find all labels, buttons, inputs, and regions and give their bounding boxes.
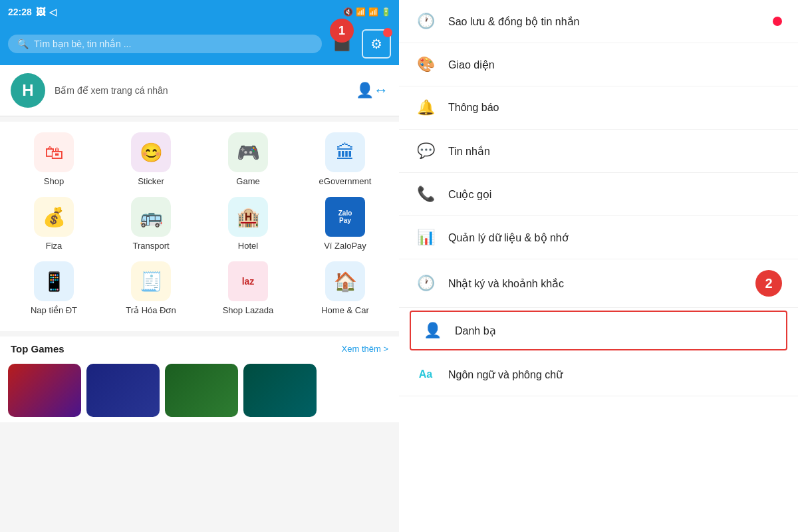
naptiendt-icon: 📱 xyxy=(34,261,74,301)
menu-item-theme[interactable]: 🎨 Giao diện xyxy=(399,43,798,86)
grid-item-shoplazada[interactable]: laz Shop Lazada xyxy=(208,261,288,315)
game-thumb-4[interactable] xyxy=(243,364,317,417)
menu-item-calls[interactable]: 📞 Cuộc gọi xyxy=(399,173,798,216)
grid-item-sticker[interactable]: 😊 Sticker xyxy=(111,132,191,186)
left-panel: 22:28 🖼 ◁ 🔇 📶 📶 🔋 🔍 Tìm bạn bè, tin nhắn… xyxy=(0,0,399,532)
mute-icon: 🔇 xyxy=(343,7,353,17)
search-bar: 🔍 Tìm bạn bè, tin nhắn ... ⬛ 1 ⚙ xyxy=(0,24,399,65)
sticker-label: Sticker xyxy=(138,176,164,186)
add-friend-icon[interactable]: 👤↔ xyxy=(356,82,388,99)
contacts-icon: 👤 xyxy=(422,320,443,341)
contacts-label: Danh bạ xyxy=(455,325,775,337)
battery-icon: 🔋 xyxy=(381,7,391,17)
grid-item-shop[interactable]: 🛍 Shop xyxy=(14,132,94,186)
calls-label: Cuộc gọi xyxy=(448,188,782,201)
backup-red-dot xyxy=(773,17,782,26)
backup-label: Sao lưu & đồng bộ tin nhắn xyxy=(448,15,761,28)
menu-item-notification[interactable]: 🔔 Thông báo xyxy=(399,86,798,130)
hotel-label: Hotel xyxy=(238,241,258,251)
language-icon: Aa xyxy=(415,364,436,385)
grid-item-hotel[interactable]: 🏨 Hotel xyxy=(208,197,288,251)
qr-button[interactable]: ⬛ 1 xyxy=(329,31,355,57)
grid-item-fiza[interactable]: 💰 Fiza xyxy=(14,197,94,251)
notification-badge xyxy=(383,28,392,37)
homecar-label: Home & Car xyxy=(321,305,369,315)
grid-section: 🛍 Shop 😊 Sticker 🎮 Game 🏛 eGovernment 💰 … xyxy=(0,122,399,331)
gear-icon: ⚙ xyxy=(370,36,382,52)
zalopay-label: Ví ZaloPay xyxy=(324,241,366,251)
fiza-icon: 💰 xyxy=(34,197,74,237)
wifi-icon: 📶 xyxy=(356,7,366,17)
search-input-wrap[interactable]: 🔍 Tìm bạn bè, tin nhắn ... xyxy=(8,35,322,53)
right-panel: 🕐 Sao lưu & đồng bộ tin nhắn 🎨 Giao diện… xyxy=(399,0,798,532)
grid-row-2: 💰 Fiza 🚌 Transport 🏨 Hotel Zalo Pay Ví Z… xyxy=(5,197,394,251)
grid-item-game[interactable]: 🎮 Game xyxy=(208,132,288,186)
menu-item-language[interactable]: Aa Ngôn ngữ và phông chữ xyxy=(399,353,798,396)
grid-row-1: 🛍 Shop 😊 Sticker 🎮 Game 🏛 eGovernment xyxy=(5,132,394,186)
menu-item-data[interactable]: 📊 Quản lý dữ liệu & bộ nhớ xyxy=(399,216,798,259)
avatar: H xyxy=(11,73,45,108)
profile-row[interactable]: H Bấm để xem trang cá nhân 👤↔ xyxy=(0,65,399,116)
search-placeholder: Tìm bạn bè, tin nhắn ... xyxy=(34,39,131,49)
sticker-icon: 😊 xyxy=(131,132,171,172)
notification-label: Thông báo xyxy=(448,102,782,114)
game-thumb-1[interactable] xyxy=(8,364,81,417)
transport-label: Transport xyxy=(132,241,169,251)
status-right: 🔇 📶 📶 🔋 xyxy=(343,7,391,17)
language-label: Ngôn ngữ và phông chữ xyxy=(448,368,782,381)
trahoadon-icon: 🧾 xyxy=(131,261,171,301)
homecar-icon: 🏠 xyxy=(325,261,365,301)
grid-item-naptiendt[interactable]: 📱 Nap tiền ĐT xyxy=(14,261,94,315)
game-icon: 🎮 xyxy=(228,132,268,172)
data-label: Quản lý dữ liệu & bộ nhớ xyxy=(448,231,782,244)
search-icons-right: ⬛ 1 ⚙ xyxy=(329,29,391,59)
diary-label: Nhật ký và khoảnh khắc xyxy=(448,277,738,290)
step1-badge: 1 xyxy=(330,19,354,43)
menu-item-diary[interactable]: 🕐 Nhật ký và khoảnh khắc 2 xyxy=(399,259,798,308)
xem-them-link[interactable]: Xem thêm > xyxy=(342,344,388,354)
status-left: 22:28 🖼 ◁ xyxy=(8,7,57,17)
egovernment-icon: 🏛 xyxy=(325,132,365,172)
messages-label: Tin nhắn xyxy=(448,145,782,158)
shop-label: Shop xyxy=(44,176,64,186)
grid-item-trahoadon[interactable]: 🧾 Trả Hóa Đơn xyxy=(111,261,191,315)
settings-button[interactable]: ⚙ xyxy=(362,29,391,59)
game-thumb-2[interactable] xyxy=(86,364,160,417)
trahoadon-label: Trả Hóa Đơn xyxy=(126,305,176,315)
fiza-label: Fiza xyxy=(46,241,63,251)
theme-label: Giao diện xyxy=(448,59,782,71)
shoplazada-icon: laz xyxy=(228,261,268,301)
step2-badge: 2 xyxy=(755,270,782,297)
nav-icon: ◁ xyxy=(49,7,57,17)
menu-item-messages[interactable]: 💬 Tin nhắn xyxy=(399,130,798,173)
theme-icon: 🎨 xyxy=(415,54,436,75)
game-thumb-3[interactable] xyxy=(165,364,238,417)
menu-item-contacts[interactable]: 👤 Danh bạ xyxy=(410,311,787,350)
transport-icon: 🚌 xyxy=(131,197,171,237)
hotel-icon: 🏨 xyxy=(228,197,268,237)
zalopay-icon: Zalo Pay xyxy=(325,197,365,237)
calls-icon: 📞 xyxy=(415,184,436,205)
data-icon: 📊 xyxy=(415,227,436,248)
egovernment-label: eGovernment xyxy=(319,176,372,186)
gallery-icon: 🖼 xyxy=(36,7,45,17)
menu-item-backup[interactable]: 🕐 Sao lưu & đồng bộ tin nhắn xyxy=(399,0,798,43)
diary-icon: 🕐 xyxy=(415,273,436,294)
game-thumbnails xyxy=(0,358,399,422)
notification-icon: 🔔 xyxy=(415,97,436,118)
grid-item-egovernment[interactable]: 🏛 eGovernment xyxy=(305,132,385,186)
naptiendt-label: Nap tiền ĐT xyxy=(31,305,77,315)
search-icon: 🔍 xyxy=(17,39,29,49)
shoplazada-label: Shop Lazada xyxy=(223,305,274,315)
time-display: 22:28 xyxy=(8,7,32,17)
messages-icon: 💬 xyxy=(415,140,436,162)
game-label: Game xyxy=(236,176,259,186)
grid-item-transport[interactable]: 🚌 Transport xyxy=(111,197,191,251)
shop-icon: 🛍 xyxy=(34,132,74,172)
grid-row-3: 📱 Nap tiền ĐT 🧾 Trả Hóa Đơn laz Shop Laz… xyxy=(5,261,394,315)
grid-item-homecar[interactable]: 🏠 Home & Car xyxy=(305,261,385,315)
signal-icon: 📶 xyxy=(368,7,378,17)
top-games-header: Top Games Xem thêm > xyxy=(0,336,399,358)
grid-item-zalopay[interactable]: Zalo Pay Ví ZaloPay xyxy=(305,197,385,251)
profile-hint-text: Bấm để xem trang cá nhân xyxy=(55,85,346,96)
